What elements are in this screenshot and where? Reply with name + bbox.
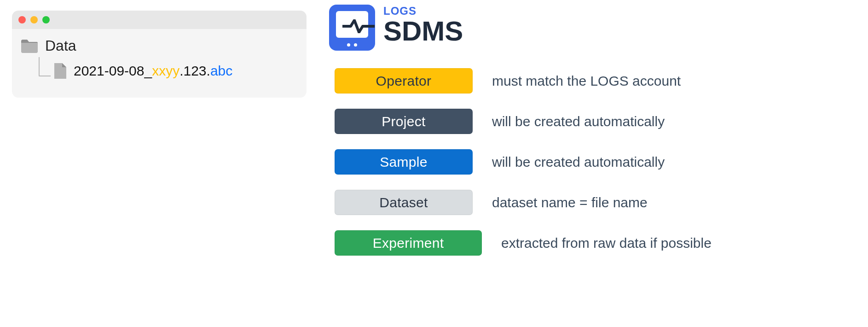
file-name-seg-date: 2021-09-08_ xyxy=(74,63,152,78)
row-project: Projectwill be created automatically xyxy=(335,109,712,134)
window-body: Data 2021-09-08_xxyy.123.abc xyxy=(12,29,307,98)
pill-operator: Operator xyxy=(335,68,473,93)
row-dataset: Datasetdataset name = file name xyxy=(335,190,712,215)
logo-square-icon xyxy=(329,5,375,51)
desc-sample: will be created automatically xyxy=(492,154,665,170)
file-browser-window: Data 2021-09-08_xxyy.123.abc xyxy=(12,11,307,98)
window-zoom-icon[interactable] xyxy=(42,16,50,23)
folder-icon xyxy=(20,39,39,53)
pill-dataset: Dataset xyxy=(335,190,473,215)
file-name: 2021-09-08_xxyy.123.abc xyxy=(74,63,232,79)
file-name-seg-mid: .123. xyxy=(179,63,210,78)
desc-dataset: dataset name = file name xyxy=(492,195,648,210)
file-name-seg-xxyy: xxyy xyxy=(152,63,179,78)
pill-experiment: Experiment xyxy=(335,230,482,256)
row-sample: Samplewill be created automatically xyxy=(335,149,712,175)
row-experiment: Experimentextracted from raw data if pos… xyxy=(335,230,712,256)
desc-project: will be created automatically xyxy=(492,114,665,129)
file-icon xyxy=(53,62,67,80)
window-titlebar xyxy=(12,11,307,29)
desc-operator: must match the LOGS account xyxy=(492,73,681,89)
file-row: 2021-09-08_xxyy.123.abc xyxy=(53,62,232,80)
folder-row: Data xyxy=(20,37,298,54)
pill-rows: Operatormust match the LOGS accountProje… xyxy=(335,68,712,256)
file-name-seg-ext: abc xyxy=(210,63,232,78)
row-operator: Operatormust match the LOGS account xyxy=(335,68,712,93)
window-minimize-icon[interactable] xyxy=(30,16,38,23)
window-close-icon[interactable] xyxy=(18,16,26,23)
desc-experiment: extracted from raw data if possible xyxy=(501,235,712,251)
tree-connector xyxy=(39,57,51,76)
pill-project: Project xyxy=(335,109,473,134)
folder-name: Data xyxy=(45,37,76,54)
logo-block: LOGS SDMS xyxy=(329,5,463,51)
logo-main-text: SDMS xyxy=(383,18,463,45)
pill-sample: Sample xyxy=(335,149,473,175)
